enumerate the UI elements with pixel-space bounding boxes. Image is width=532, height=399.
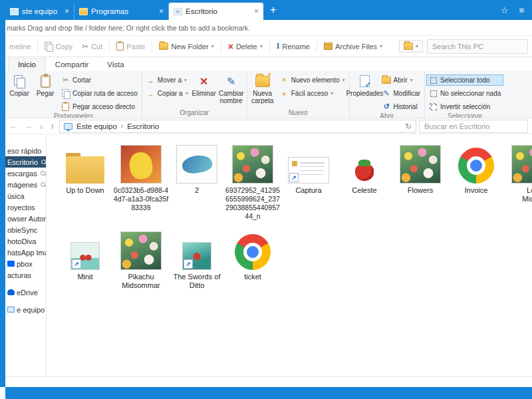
sidebar-item-descargas[interactable]: escargas [5,168,46,179]
bookmark-bar[interactable]: marks Drag and drop file / folder here; … [5,20,532,36]
paste-shortcut-icon [62,102,69,111]
cut-ribbon-button[interactable]: Cortar [59,74,140,86]
select-all-button[interactable]: Seleccionar todo [426,74,503,86]
tab-este-equipo[interactable]: ste equipo [5,3,74,20]
breadcrumb[interactable]: Este equipo Escritorio [59,120,416,133]
quick-toolbar: meline Copy Cut Paste New Folder Delete … [5,36,532,57]
paste-shortcut-button[interactable]: Pegar acceso directo [59,101,140,112]
properties-button[interactable]: Propiedades [351,72,379,112]
toolbar-search-input[interactable] [427,39,528,54]
archive-files-button[interactable]: Archive Files [320,40,386,53]
file-ticket[interactable]: ticket [225,227,281,290]
refresh-icon[interactable] [405,122,412,131]
copy-to-button[interactable]: Copiar a [144,88,191,99]
new-item-button[interactable]: Nuevo elemento [277,74,348,86]
timeline-button[interactable]: meline [5,40,35,53]
group-label-open: Abrir [351,112,424,118]
file-pikachu-hash[interactable]: 0c0323b5-d988-44d7-a1a3-0fca35f83339 [113,141,169,221]
copy-to-label: Copiar a [158,90,183,97]
file-label: Lor Midso [519,186,532,203]
sidebar-item-browser-automation[interactable]: owser Automatio [5,213,46,224]
sidebar-item-facturas[interactable]: acturas [5,269,46,281]
invert-selection-button[interactable]: Invertir selección [426,101,503,112]
file-captura[interactable]: Captura [281,141,336,221]
copy-button[interactable]: Copy [41,39,76,53]
copy-ribbon-button[interactable]: Copiar [7,72,32,112]
up-arrow-icon[interactable] [49,121,57,131]
delete-button[interactable]: Delete [224,39,267,54]
bookmark-star-icon[interactable] [501,5,509,15]
tab-label: Programas [91,7,128,15]
copy-path-button[interactable]: Copiar ruta de acceso [59,88,140,99]
file-flowers-hash[interactable]: 69372952_412956555998624_237290388554409… [225,141,281,221]
sidebar-item-proyectos[interactable]: royectos [5,201,46,213]
new-tab-button[interactable] [270,4,276,16]
ribbon-tab-compartir[interactable]: Compartir [46,59,98,71]
dropdown-caret-icon [410,77,413,83]
sidebar-item-photodiva[interactable]: hotoDiva [5,235,46,247]
cut-label: Cut [91,43,102,51]
back-arrow-icon[interactable] [7,121,19,131]
sidebar-item-dropbox[interactable]: pbox [5,258,46,269]
breadcrumb-item-este-equipo[interactable]: Este equipo [76,122,117,130]
sidebar-item-quick-access[interactable]: eso rápido [5,145,46,156]
rename-button[interactable]: Rename [273,39,314,54]
easy-access-button[interactable]: Fácil acceso [277,88,348,99]
file-row-1: Up to Down 0c0323b5-d988-44d7-a1a3-0fca3… [57,141,532,221]
search-scope-selector[interactable] [399,40,423,53]
sidebar-item-escritorio[interactable]: Escritorio [5,156,46,168]
computer-icon [7,307,15,313]
tab-programas[interactable]: Programas [74,3,169,20]
file-2[interactable]: 2 [169,141,225,221]
paste-ribbon-button[interactable]: Pegar [33,72,58,112]
file-flowers[interactable]: Flowers [392,141,448,221]
menu-icon[interactable] [519,5,524,15]
forward-arrow-icon[interactable] [22,121,35,131]
history-button[interactable]: Historial [380,101,424,112]
file-swords-of-ditto[interactable]: The Swords of Ditto [169,227,225,290]
tab-bar: ste equipo Programas Escritorio [0,0,532,20]
ribbon-tab-inicio[interactable]: Inicio [8,58,46,71]
tab-escritorio-active[interactable]: Escritorio [169,3,263,20]
delete-label: Delete [236,43,257,51]
paste-button[interactable]: Paste [112,39,149,53]
new-folder-ribbon-button[interactable]: Nueva carpeta [249,72,277,109]
sidebar-item-imagenes[interactable]: mágenes [5,179,46,190]
file-celeste[interactable]: Celeste [336,141,392,221]
file-up-to-down[interactable]: Up to Down [57,141,113,221]
address-bar: Este equipo Escritorio [5,118,532,134]
recent-locations-icon[interactable] [37,121,46,131]
breadcrumb-item-escritorio[interactable]: Escritorio [127,122,159,130]
bookmark-bar-hint: marks Drag and drop file / folder here; … [7,24,250,32]
sidebar-item-mobiesync[interactable]: obieSync [5,224,46,235]
sidebar-item-whatsapp-images[interactable]: hatsApp Images 7 [5,247,46,258]
edit-button[interactable]: Modificar [380,88,424,99]
close-icon[interactable] [65,7,69,15]
sidebar-item-este-equipo[interactable]: e equipo [5,304,46,315]
explorer-search-input[interactable] [419,120,528,133]
ribbon-tab-vista[interactable]: Vista [98,59,133,71]
select-all-icon [430,77,437,84]
sidebar-item-musica[interactable]: úsica [5,190,46,201]
open-button[interactable]: Abrir [380,74,424,86]
copy-path-label: Copiar ruta de acceso [72,90,138,97]
file-pikachu-midsommar[interactable]: Pikachu Midsommar [113,227,169,290]
file-minit[interactable]: Minit [57,227,113,290]
file-label: Invoice [465,186,488,195]
flowers-image-thumbnail [400,145,441,184]
select-none-button[interactable]: No seleccionar nada [426,88,503,99]
close-icon[interactable] [254,7,259,15]
separator [109,41,110,52]
move-to-button[interactable]: Mover a [144,74,191,86]
delete-ribbon-button[interactable]: Eliminar [192,72,217,109]
shortcut-arrow-icon [289,173,299,182]
file-lor-midso-clipped[interactable]: Lor Midso [504,141,532,221]
rename-ribbon-button[interactable]: Cambiar nombre [217,72,245,109]
close-icon[interactable] [159,7,164,15]
new-folder-button[interactable]: New Folder [155,40,217,53]
file-label: The Swords of Ditto [171,273,223,290]
file-invoice[interactable]: Invoice [448,141,504,221]
cut-button[interactable]: Cut [78,39,106,54]
sidebar-item-onedrive[interactable]: eDrive [5,287,46,298]
flowers-image-thumbnail [232,145,273,184]
